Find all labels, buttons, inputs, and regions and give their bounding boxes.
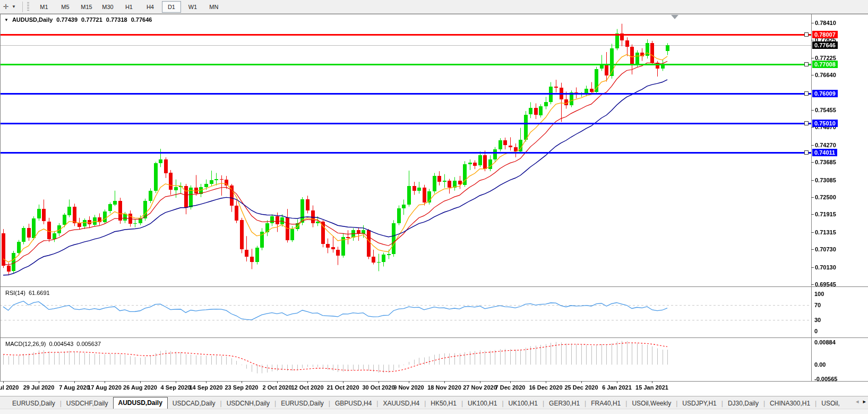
date-axis-tick (379, 381, 379, 383)
price-axis-tick (811, 232, 814, 233)
date-axis-tick (206, 381, 207, 383)
tab-scroll-right-icon[interactable]: ▸ (863, 398, 866, 405)
price-axis-tick (811, 58, 814, 58)
price-axis-label: 0.73085 (815, 177, 836, 183)
status-strip (0, 409, 868, 414)
level-line-handle[interactable] (804, 32, 809, 37)
tab-usoil[interactable]: USOil, (817, 398, 845, 409)
price-axis-tick (811, 249, 814, 250)
macd-main-value: 0.004543 (49, 341, 73, 347)
tab-uk100-h1[interactable]: UK100,H1 (463, 398, 502, 409)
rsi-current-value: 61.6691 (29, 290, 50, 296)
tab-scroll-left-icon[interactable]: ◂ (856, 398, 859, 405)
tab-usdcad-daily[interactable]: USDCAD,Daily (168, 398, 220, 409)
rsi-axis-label: 0 (814, 328, 818, 334)
chart-menu-caret-icon[interactable]: ▼ (4, 18, 8, 22)
price-axis-tick (811, 180, 814, 181)
date-axis-tick (617, 381, 617, 383)
price-axis-tick (811, 214, 814, 215)
tab-usdcnh-daily[interactable]: USDCNH,Daily (222, 398, 274, 409)
timeframe-toolbar: M1M5M15M30H1H4D1W1MN (33, 1, 225, 13)
level-line-handle[interactable] (804, 62, 809, 66)
price-axis-label: 0.76640 (815, 72, 836, 78)
chart-top-border (0, 14, 868, 14)
tf-button-d1[interactable]: D1 (162, 1, 181, 13)
current-price-badge: 0.77646 (812, 41, 838, 49)
level-line-handle[interactable] (804, 91, 809, 96)
price-axis-tick (811, 197, 814, 198)
date-axis-tick (176, 381, 176, 383)
price-axis-label: 0.72500 (815, 194, 836, 200)
level-line-handle[interactable] (804, 150, 809, 155)
price-axis-tick (811, 284, 814, 285)
rsi-macd-separator[interactable] (0, 337, 868, 338)
date-axis-tick (343, 381, 343, 383)
tab-usdjpy-h1[interactable]: USDJPY,H1 (677, 398, 721, 409)
macd-name: MACD(12,26,9) (5, 341, 46, 347)
date-axis-label: 15 Jan 2021 (630, 384, 674, 391)
tf-button-m30[interactable]: M30 (98, 1, 117, 13)
chart-shift-marker-icon[interactable] (671, 15, 678, 19)
rsi-axis-label: 30 (814, 317, 821, 323)
toolbar-grip-handle[interactable] (27, 2, 29, 12)
chevron-down-icon[interactable]: ▼ (12, 4, 16, 9)
tab-usoil-weekly[interactable]: USOil,Weekly (627, 398, 676, 409)
date-axis-tick (105, 381, 105, 383)
tab-dj30-daily[interactable]: DJ30,Daily (723, 398, 763, 409)
date-axis-tick (480, 381, 480, 383)
macd-indicator-label: MACD(12,26,9) 0.004543 0.005637 (5, 341, 101, 347)
tf-button-mn[interactable]: MN (204, 1, 224, 13)
tab-usdchf-daily[interactable]: USDCHF,Daily (62, 398, 113, 409)
tf-button-m15[interactable]: M15 (77, 1, 96, 13)
price-axis-label: 0.78410 (815, 20, 836, 26)
price-axis-label: 0.71315 (815, 229, 836, 235)
price-axis-tick (811, 162, 814, 163)
tab-uk100-h1[interactable]: UK100,H1 (504, 398, 543, 409)
macd-axis-label: 0.00884 (814, 339, 836, 345)
tf-button-m5[interactable]: M5 (56, 1, 75, 13)
tab-fra40-h1[interactable]: FRA40,H1 (586, 398, 625, 409)
price-axis-label: 0.73685 (815, 159, 836, 165)
level-line-handle[interactable] (804, 121, 809, 125)
tab-hk50-h1[interactable]: HK50,H1 (426, 398, 461, 409)
price-axis-label: 0.71915 (815, 211, 836, 217)
rsi-name: RSI(14) (5, 290, 25, 296)
chart-tab-bar: EURUSD,Daily|USDCHF,DailyAUDUSD,DailyUSD… (0, 396, 868, 409)
price-axis-label: 0.69545 (815, 281, 836, 288)
rsi-axis-label: 70 (814, 302, 821, 308)
date-axis-tick (510, 381, 511, 383)
tab-eurusd-daily[interactable]: EURUSD,Daily (276, 398, 329, 409)
tf-button-w1[interactable]: W1 (183, 1, 202, 13)
price-axis-tick (811, 145, 814, 146)
date-axis-tick (652, 381, 652, 383)
chart-title: ▼ AUDUSD,Daily 0.77439 0.77721 0.77318 0… (4, 16, 152, 23)
top-toolbar: ✛ ▼ M1M5M15M30H1H4D1W1MN (0, 0, 868, 14)
tab-china300-h1[interactable]: CHINA300,H1 (765, 398, 815, 409)
macd-axis-label: -0.00565 (814, 376, 837, 382)
tab-eurusd-daily[interactable]: EURUSD,Daily (7, 398, 60, 409)
date-axis-tick (581, 381, 582, 383)
tab-gbpusd-h4[interactable]: GBPUSD,H4 (330, 398, 376, 409)
crosshair-tool-icon[interactable]: ✛ (1, 2, 11, 12)
main-rsi-separator[interactable] (0, 286, 868, 287)
bar-high-value: 0.77721 (81, 16, 102, 23)
date-axis-tick (277, 381, 278, 383)
tab-xauusd-h4[interactable]: XAUUSD,H4 (378, 398, 424, 409)
bar-open-value: 0.77439 (56, 16, 78, 23)
toolbar-separator (22, 2, 23, 12)
tf-button-h1[interactable]: H1 (119, 1, 139, 13)
level-price-badge: 0.77008 (812, 61, 838, 68)
date-axis-tick (307, 381, 308, 383)
rsi-axis-label: 100 (814, 291, 824, 297)
price-axis-label: 0.70730 (815, 246, 836, 252)
tab-ger30-h1[interactable]: GER30,H1 (544, 398, 585, 409)
level-price-badge: 0.78007 (812, 31, 838, 38)
price-axis-tick (811, 40, 814, 40)
date-axis-tick (140, 381, 141, 383)
tf-button-m1[interactable]: M1 (35, 1, 54, 13)
tab-audusd-daily[interactable]: AUDUSD,Daily (113, 397, 168, 409)
price-chart-canvas[interactable] (0, 14, 811, 381)
tf-button-h4[interactable]: H4 (141, 1, 160, 13)
date-axis-tick (39, 381, 39, 383)
date-axis-tick (444, 381, 445, 383)
